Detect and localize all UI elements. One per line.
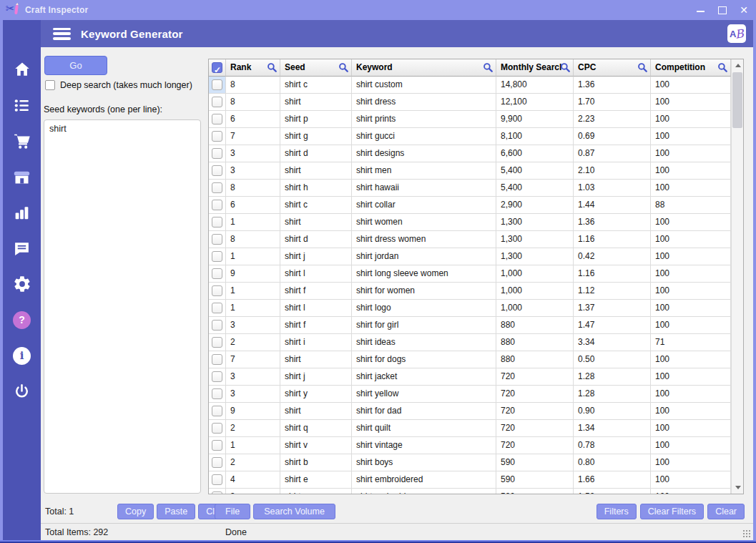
scroll-up-arrow[interactable] bbox=[732, 59, 744, 72]
row-checkbox[interactable] bbox=[212, 200, 222, 210]
deep-search-row: Deep search (takes much longer) bbox=[45, 80, 192, 90]
table-row[interactable]: 6shirt cshirt collar2,9001.4488 bbox=[209, 197, 731, 214]
seed-keywords-input[interactable]: shirt bbox=[44, 119, 201, 494]
table-row[interactable]: 8shirt dshirt dress women1,3001.16100 bbox=[209, 231, 731, 248]
row-checkbox[interactable] bbox=[212, 320, 222, 331]
table-row[interactable]: 9shirt lshirt long sleeve women1,0001.16… bbox=[209, 265, 731, 283]
row-checkbox[interactable] bbox=[212, 440, 222, 451]
row-checkbox[interactable] bbox=[212, 474, 222, 485]
table-row[interactable]: 1shirt vshirt vintage7200.78100 bbox=[209, 437, 731, 454]
row-checkbox[interactable] bbox=[212, 251, 222, 262]
row-checkbox[interactable] bbox=[212, 182, 222, 193]
sidebar-item-home[interactable] bbox=[3, 52, 41, 87]
table-row[interactable]: 3shirt eshirt embroidery5901.52100 bbox=[209, 489, 731, 494]
select-all-checkbox[interactable] bbox=[212, 62, 222, 73]
minimize-button[interactable] bbox=[696, 5, 706, 15]
row-checkbox[interactable] bbox=[212, 457, 222, 468]
clear-results-button[interactable]: Clear bbox=[707, 504, 745, 519]
sidebar-item-analytics[interactable] bbox=[3, 195, 41, 230]
table-row[interactable]: 8shirtshirt dress12,1001.70100 bbox=[209, 94, 731, 111]
deep-search-checkbox[interactable] bbox=[45, 80, 55, 90]
table-row[interactable]: 2shirt bshirt boys5900.80100 bbox=[209, 454, 731, 471]
search-icon[interactable] bbox=[267, 62, 278, 73]
cell-cpc: 1.16 bbox=[574, 265, 651, 283]
cell-competition: 100 bbox=[651, 231, 731, 248]
row-checkbox[interactable] bbox=[212, 217, 222, 228]
row-checkbox[interactable] bbox=[212, 491, 222, 494]
vertical-scrollbar[interactable] bbox=[731, 59, 743, 494]
maximize-button[interactable] bbox=[717, 5, 727, 15]
sidebar-item-info[interactable]: i bbox=[3, 338, 41, 373]
table-row[interactable]: 3shirt jshirt jacket7201.28100 bbox=[209, 368, 731, 386]
column-header-seed[interactable]: Seed bbox=[280, 59, 352, 77]
close-button[interactable]: ✕ bbox=[739, 5, 749, 15]
row-checkbox[interactable] bbox=[212, 79, 222, 90]
table-row[interactable]: 8shirt cshirt custom14,8001.36100 bbox=[209, 77, 731, 94]
table-row[interactable]: 1shirtshirt women1,3001.36100 bbox=[209, 214, 731, 231]
search-volume-button[interactable]: Search Volume bbox=[253, 504, 335, 519]
row-checkbox[interactable] bbox=[212, 165, 222, 176]
sidebar-item-list[interactable] bbox=[3, 87, 41, 123]
sidebar-item-settings[interactable] bbox=[3, 266, 41, 302]
cell-monthly: 2,900 bbox=[496, 197, 574, 214]
table-row[interactable]: 3shirt fshirt for girl8801.47100 bbox=[209, 317, 731, 334]
clear-filters-button[interactable]: Clear Filters bbox=[640, 504, 704, 519]
scroll-down-arrow[interactable] bbox=[732, 481, 744, 494]
row-checkbox[interactable] bbox=[212, 388, 222, 399]
row-checkbox-cell bbox=[209, 403, 226, 420]
row-checkbox[interactable] bbox=[212, 406, 222, 416]
sidebar-item-cart[interactable] bbox=[3, 123, 41, 159]
go-button[interactable]: Go bbox=[44, 56, 107, 75]
table-row[interactable]: 1shirt jshirt jordan1,3000.42100 bbox=[209, 248, 731, 265]
file-button[interactable]: File bbox=[215, 504, 250, 519]
row-checkbox[interactable] bbox=[212, 303, 222, 313]
search-icon[interactable] bbox=[560, 62, 571, 73]
table-row[interactable]: 1shirt fshirt for women1,0001.12100 bbox=[209, 283, 731, 300]
scrollbar-thumb[interactable] bbox=[732, 72, 742, 128]
menu-icon[interactable] bbox=[53, 28, 71, 40]
spellcheck-icon[interactable]: A B bbox=[727, 24, 746, 43]
sidebar-item-help[interactable]: ? bbox=[3, 302, 41, 338]
row-checkbox[interactable] bbox=[212, 234, 222, 245]
row-checkbox[interactable] bbox=[212, 354, 222, 365]
sidebar-item-exit[interactable] bbox=[3, 373, 41, 409]
row-checkbox[interactable] bbox=[212, 371, 222, 382]
table-row[interactable]: 1shirt lshirt logo1,0001.37100 bbox=[209, 300, 731, 317]
cell-monthly: 14,800 bbox=[496, 77, 574, 94]
app-logo-icon: ✂ bbox=[6, 4, 20, 16]
table-row[interactable]: 4shirt eshirt embroidered5901.66100 bbox=[209, 471, 731, 489]
column-header-cpc[interactable]: CPC bbox=[574, 59, 651, 77]
column-header-monthly-searcl[interactable]: Monthly Searcl bbox=[496, 59, 574, 77]
search-icon[interactable] bbox=[637, 62, 648, 73]
search-icon[interactable] bbox=[717, 62, 728, 73]
sidebar-item-messages[interactable] bbox=[3, 230, 41, 266]
filters-button[interactable]: Filters bbox=[597, 504, 637, 519]
sidebar-item-store[interactable] bbox=[3, 159, 41, 195]
table-row[interactable]: 3shirtshirt men5,4002.10100 bbox=[209, 162, 731, 180]
table-row[interactable]: 8shirt hshirt hawaii5,4001.03100 bbox=[209, 180, 731, 197]
resize-grip[interactable] bbox=[742, 529, 750, 537]
column-header-keyword[interactable]: Keyword bbox=[352, 59, 496, 77]
column-header-competition[interactable]: Competition bbox=[651, 59, 731, 77]
row-checkbox[interactable] bbox=[212, 268, 222, 279]
table-row[interactable]: 9shirtshirt for dad7200.90100 bbox=[209, 403, 731, 420]
row-checkbox[interactable] bbox=[212, 131, 222, 142]
table-row[interactable]: 3shirt yshirt yellow7201.28100 bbox=[209, 386, 731, 403]
row-checkbox[interactable] bbox=[212, 148, 222, 159]
row-checkbox[interactable] bbox=[212, 285, 222, 296]
copy-button[interactable]: Copy bbox=[117, 504, 154, 519]
search-icon[interactable] bbox=[338, 62, 349, 73]
row-checkbox[interactable] bbox=[212, 114, 222, 124]
column-header-rank[interactable]: Rank bbox=[226, 59, 280, 77]
row-checkbox[interactable] bbox=[212, 97, 222, 107]
search-icon[interactable] bbox=[483, 62, 494, 73]
table-row[interactable]: 2shirt qshirt quilt7201.34100 bbox=[209, 420, 731, 437]
table-row[interactable]: 7shirt gshirt gucci8,1000.69100 bbox=[209, 128, 731, 145]
table-row[interactable]: 7shirtshirt for dogs8800.50100 bbox=[209, 351, 731, 368]
row-checkbox[interactable] bbox=[212, 423, 222, 434]
paste-button[interactable]: Paste bbox=[157, 504, 195, 519]
table-row[interactable]: 2shirt ishirt ideas8803.3471 bbox=[209, 334, 731, 351]
table-row[interactable]: 3shirt dshirt designs6,6000.87100 bbox=[209, 145, 731, 162]
row-checkbox[interactable] bbox=[212, 337, 222, 348]
table-row[interactable]: 6shirt pshirt prints9,9002.23100 bbox=[209, 111, 731, 128]
